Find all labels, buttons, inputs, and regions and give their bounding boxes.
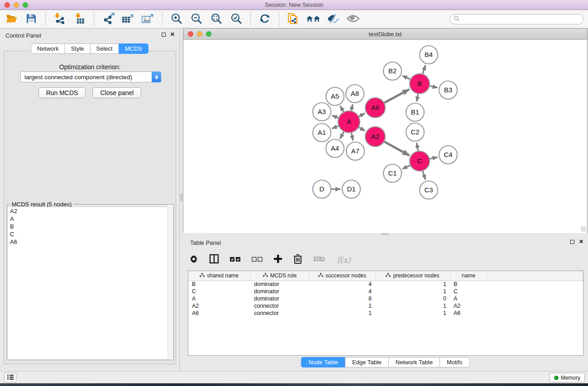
cell-name[interactable]: A2 [450,302,487,310]
cell-successor_nodes[interactable]: 1 [309,310,375,317]
edge-A-A5[interactable] [340,106,344,112]
vertical-splitter-handle[interactable] [180,194,182,201]
cell-predecessor_nodes[interactable]: 1 [375,310,450,317]
cell-shared_name[interactable]: A2 [188,302,250,310]
result-list-item[interactable]: A2 [8,207,173,215]
save-session-button[interactable] [24,12,39,27]
edge-C-C2[interactable] [417,143,418,151]
apply-function-button[interactable]: f(x) [337,255,351,265]
edge-A2-C[interactable] [384,142,409,155]
column-header-mcds-role[interactable]: MCDS role [250,271,309,281]
tab-edge-table[interactable]: Edge Table [345,357,388,367]
table-float-panel-icon[interactable] [570,240,574,244]
cell-mcds_role[interactable]: connector [250,302,309,310]
column-header-predecessor-nodes[interactable]: predecessor nodes [375,271,450,281]
table-row[interactable]: A2connector11A2 [188,302,583,310]
tab-motifs[interactable]: Motifs [440,357,470,367]
task-history-button[interactable] [4,373,16,382]
tab-mcds[interactable]: MCDS [119,43,148,54]
cell-name[interactable]: B [450,281,487,288]
export-network-button[interactable] [100,12,116,27]
edge-B-B2[interactable] [402,76,410,79]
run-mcds-button[interactable]: Run MCDS [38,87,86,98]
edge-A6-B[interactable] [384,89,409,103]
cell-predecessor_nodes[interactable]: 0 [375,295,450,302]
cell-mcds_role[interactable]: connector [250,310,309,317]
edge-A-A2[interactable] [359,127,365,131]
memory-button[interactable]: Memory [550,373,585,382]
result-list-item[interactable]: B [8,223,173,230]
deselect-all-button[interactable] [252,256,263,264]
table-settings-button[interactable] [189,254,198,265]
network-canvas[interactable]: AA6A2BCA5A8A3A1A4A7B2B4B3B1C2C1C4C3DD1 [183,40,587,233]
duplicate-network-button[interactable] [286,12,301,27]
edge-A-A8[interactable] [351,104,353,110]
export-image-button[interactable] [140,12,156,27]
tab-style[interactable]: Style [65,43,90,54]
edge-C-C4[interactable] [430,157,437,159]
resize-grip[interactable] [581,226,586,232]
import-network-button[interactable] [52,12,67,27]
table-row[interactable]: A6connector11A6 [188,310,583,317]
show-details-button[interactable] [345,12,361,27]
tab-node-table[interactable]: Node Table [301,357,345,367]
search-field[interactable] [450,14,583,24]
cell-predecessor_nodes[interactable]: 1 [375,288,450,295]
cell-successor_nodes[interactable]: 4 [309,281,375,288]
cell-mcds_role[interactable]: dominator [250,295,309,302]
zoom-out-button[interactable] [189,12,204,27]
close-panel-icon[interactable]: ✕ [170,32,175,37]
cell-name[interactable]: A [450,295,487,302]
hide-details-button[interactable] [325,12,341,27]
result-list-item[interactable]: A6 [8,238,173,246]
result-list-item[interactable]: C [8,230,173,238]
edge-A-A3[interactable] [332,115,339,118]
edge-A-A7[interactable] [351,133,353,140]
zoom-selected-button[interactable] [229,12,244,27]
edge-A-A1[interactable] [332,126,339,129]
import-table-button[interactable] [72,12,87,27]
tab-network-table[interactable]: Network Table [388,357,440,367]
search-input[interactable] [460,15,583,24]
cell-shared_name[interactable]: B [188,281,250,288]
result-list-scrollbar[interactable] [167,205,173,360]
cell-successor_nodes[interactable]: 8 [309,295,375,302]
tab-select[interactable]: Select [90,43,119,54]
cell-mcds_role[interactable]: dominator [250,281,309,288]
cell-successor_nodes[interactable]: 1 [309,302,375,310]
horizontal-splitter-handle[interactable] [381,233,388,235]
select-all-button[interactable] [230,256,241,264]
cell-shared_name[interactable]: C [188,288,250,295]
cell-name[interactable]: A6 [450,310,487,317]
cell-predecessor_nodes[interactable]: 1 [375,281,450,288]
network-overview-button[interactable] [306,12,321,27]
edge-B-B1[interactable] [417,94,418,102]
delete-table-button[interactable] [313,255,326,264]
tab-network[interactable]: Network [31,43,65,54]
cell-successor_nodes[interactable]: 4 [309,288,375,295]
table-row[interactable]: Adominator80A [188,295,583,302]
cell-name[interactable]: C [450,288,487,295]
delete-row-button[interactable] [293,254,302,266]
column-header-shared-name[interactable]: shared name [188,271,250,281]
zoom-in-button[interactable] [169,12,184,27]
open-session-button[interactable] [4,12,19,27]
add-row-button[interactable] [273,254,282,265]
result-list-item[interactable]: A [8,215,173,223]
refresh-view-button[interactable] [257,12,272,27]
column-header-successor-nodes[interactable]: successor nodes [309,271,375,281]
cell-shared_name[interactable]: A [188,295,250,302]
float-panel-icon[interactable] [162,33,166,37]
edge-C-C3[interactable] [423,171,425,180]
network-canvas-area[interactable]: AA6A2BCA5A8A3A1A4A7B2B4B3B1C2C1C4C3DD1 [183,40,587,233]
table-row[interactable]: Cdominator41C [188,288,583,295]
show-column-button[interactable] [209,254,219,266]
edge-A-A6[interactable] [359,113,365,116]
edge-B-B3[interactable] [430,86,437,88]
criterion-select[interactable]: largest connected component (directed) [20,71,161,82]
cell-shared_name[interactable]: A6 [188,310,250,317]
close-panel-button[interactable]: Close panel [92,87,141,98]
export-table-button[interactable] [120,12,136,27]
zoom-fit-button[interactable] [209,12,224,27]
edge-A-A4[interactable] [340,132,344,139]
